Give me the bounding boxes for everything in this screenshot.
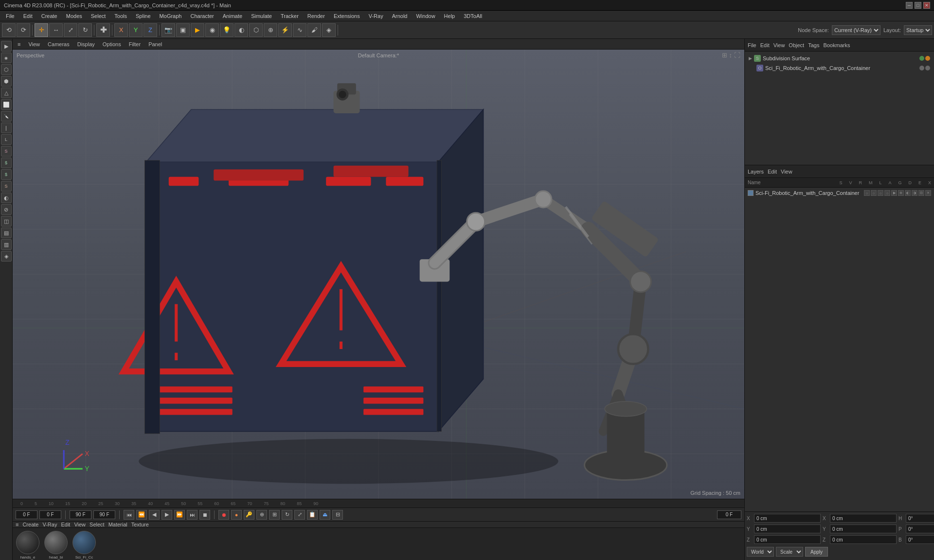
light-button[interactable]: 💡 [220,23,234,37]
key-button[interactable]: 🔑 [244,510,254,520]
frame-max-1[interactable] [70,510,91,519]
z-axis-button[interactable]: Z [144,23,157,37]
x-axis-button[interactable]: X [114,23,128,37]
menu-item-character[interactable]: Character [186,12,217,20]
layer-icon-5[interactable]: ▶ [891,190,897,196]
coord-b-input[interactable] [906,535,934,544]
layer-icon-1[interactable]: ○ [864,190,870,196]
goto-end-button[interactable]: ⏭ [187,510,198,520]
left-sidebar-btn-14[interactable]: ◐ [1,192,12,203]
mat-material-menu[interactable]: Material [108,522,127,527]
deform-button[interactable]: ⬡ [249,23,263,37]
coord-x2-input[interactable] [830,514,897,523]
menu-item-select[interactable]: Select [87,12,110,20]
mat-create-menu[interactable]: Create [22,522,38,527]
coord-scale-select[interactable]: Scale [776,547,803,557]
vp-panel-menu[interactable]: Panel [146,41,164,47]
pos-button[interactable]: ⊞ [269,510,280,520]
current-frame-start[interactable] [16,510,37,519]
left-sidebar-btn-8[interactable]: | [1,122,12,133]
scale-button[interactable]: ⤢ [64,23,77,37]
node-space-select[interactable]: Current (V-Ray) [832,25,880,35]
auto-key-button[interactable]: ● [231,510,242,520]
layer-icon-2[interactable]: ○ [871,190,877,196]
undo-button[interactable]: ⟲ [2,23,16,37]
layers-view-menu[interactable]: View [781,169,792,175]
left-sidebar-btn-4[interactable]: ⬢ [1,76,12,87]
menu-item-create[interactable]: Create [37,12,61,20]
layers-menu[interactable]: Layers [748,169,764,175]
close-button[interactable]: ✕ [923,2,930,9]
obj-expand-1[interactable]: ▶ [749,56,752,61]
goto-start-button[interactable]: ⏮ [124,510,134,520]
layer-icon-8[interactable]: ◑ [912,190,917,196]
layout-select[interactable]: Startup [904,25,932,35]
record-button[interactable]: ⏺ [218,510,229,520]
menu-item-help[interactable]: Help [440,12,459,20]
material-ball-3[interactable] [72,531,96,554]
step-back-button[interactable]: ⏪ [136,510,147,520]
menu-item-render[interactable]: Render [304,12,329,20]
viewport-icon-1[interactable]: ⊞ [722,52,727,59]
left-sidebar-btn-9[interactable]: L [1,134,12,145]
play-reverse-button[interactable]: ◀ [149,510,160,520]
obj-bookmarks-menu[interactable]: Bookmarks [823,42,850,48]
left-sidebar-btn-6[interactable]: ⬜ [1,99,12,110]
mat-menu-icon[interactable]: ≡ [16,522,18,527]
frame-max-2[interactable] [93,510,115,519]
menu-item-extensions[interactable]: Extensions [330,12,364,20]
apply-button[interactable]: Apply [805,547,828,557]
play-button[interactable]: ▶ [162,510,172,520]
maximize-button[interactable]: □ [915,2,921,9]
rot-button[interactable]: ↻ [282,510,292,520]
scale-btn-play[interactable]: ⤢ [294,510,305,520]
menu-item-tracker[interactable]: Tracker [277,12,303,20]
obj-tags-menu[interactable]: Tags [808,42,819,48]
menu-item-tools[interactable]: Tools [110,12,131,20]
left-sidebar-btn-2[interactable]: ◉ [1,52,12,63]
obj-view-menu[interactable]: View [773,42,785,48]
coord-z2-input[interactable] [830,535,897,544]
selection-button[interactable]: ✛ [35,23,48,37]
view-button[interactable]: ▣ [176,23,190,37]
menu-item-spline[interactable]: Spline [132,12,155,20]
spline-button[interactable]: ∿ [293,23,306,37]
coord-world-select[interactable]: World [747,547,774,557]
mograph-button[interactable]: ⊕ [264,23,277,37]
left-sidebar-btn-16[interactable]: ◫ [1,216,12,227]
new-object-button[interactable]: ✚ [96,23,110,37]
mat-select-menu[interactable]: Select [90,522,105,527]
menu-item-simulate[interactable]: Simulate [247,12,276,20]
menu-item-window[interactable]: Window [412,12,439,20]
scene-button[interactable]: ◉ [205,23,219,37]
coord-x1-input[interactable] [754,514,821,523]
left-sidebar-btn-19[interactable]: ◈ [1,251,12,262]
vp-filter-menu[interactable]: Filter [127,41,143,47]
obj-object-menu[interactable]: Object [789,42,804,48]
vp-options-menu[interactable]: Options [101,41,123,47]
left-sidebar-btn-15[interactable]: ⊘ [1,204,12,215]
sculpt-button[interactable]: ◈ [322,23,336,37]
left-sidebar-btn-7[interactable]: 🔪 [1,111,12,122]
material-ball-2[interactable] [44,531,68,554]
left-sidebar-btn-18[interactable]: ▥ [1,239,12,250]
field-button[interactable]: ⚡ [278,23,292,37]
vp-view-menu[interactable]: View [26,41,42,47]
left-sidebar-btn-1[interactable]: ▶ [1,41,12,52]
extra-btn-1[interactable]: 📋 [307,510,318,520]
viewport-icon-3[interactable]: ⛶ [734,52,740,59]
move-button[interactable]: ↔ [49,23,63,37]
loop-button[interactable]: ⏹ [199,510,210,520]
camera-button[interactable]: 📷 [162,23,175,37]
current-frame-number[interactable] [717,510,741,519]
material-button[interactable]: ◐ [234,23,248,37]
vp-display-menu[interactable]: Display [75,41,97,47]
redo-button[interactable]: ⟳ [17,23,30,37]
menu-item-3dtoall[interactable]: 3DToAll [460,12,486,20]
menu-item-animate[interactable]: Animate [219,12,246,20]
step-forward-button[interactable]: ⏩ [174,510,185,520]
object-tree-item-subdivision[interactable]: ▶ S Subdivision Surface [747,53,932,63]
rotate-button[interactable]: ↻ [78,23,92,37]
menu-item-arnold[interactable]: Arnold [388,12,412,20]
obj-file-menu[interactable]: File [748,42,756,48]
